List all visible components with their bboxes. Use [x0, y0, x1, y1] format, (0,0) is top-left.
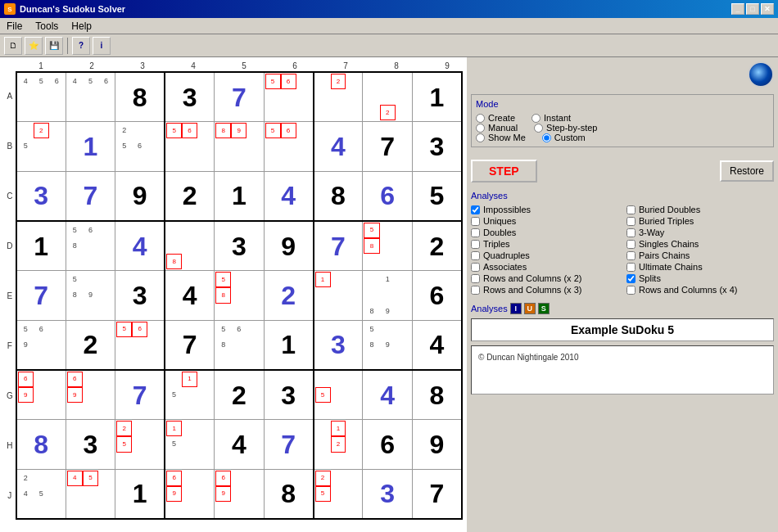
- cell-r7-c6[interactable]: 12: [314, 420, 363, 470]
- cell-r3-c5[interactable]: 9: [264, 221, 313, 271]
- cell-r4-c4[interactable]: 58: [215, 271, 264, 321]
- cell-r2-c1[interactable]: 7: [66, 171, 115, 221]
- check-associates[interactable]: Associates: [471, 262, 618, 272]
- radio-showme[interactable]: [476, 133, 485, 142]
- cell-r8-c4[interactable]: 69: [215, 469, 264, 519]
- check-buried-triples[interactable]: Buried Triples: [626, 216, 774, 226]
- cb-splits[interactable]: [626, 274, 636, 283]
- cell-r2-c0[interactable]: 3: [16, 171, 66, 221]
- cb-ultimate-chains[interactable]: [626, 263, 636, 272]
- cb-buried-triples[interactable]: [626, 217, 636, 226]
- cell-r2-c6[interactable]: 8: [314, 171, 363, 221]
- cb-3way[interactable]: [626, 228, 636, 237]
- menu-tools[interactable]: Tools: [33, 20, 61, 32]
- cell-r1-c2[interactable]: 256: [115, 122, 165, 172]
- cell-r0-c8[interactable]: 1: [412, 72, 462, 122]
- cell-r5-c8[interactable]: 4: [412, 320, 462, 370]
- cell-r0-c7[interactable]: 2: [363, 72, 412, 122]
- cell-r8-c1[interactable]: 45: [66, 469, 115, 519]
- cell-r4-c2[interactable]: 3: [115, 271, 165, 321]
- cell-r6-c1[interactable]: 69: [66, 370, 115, 420]
- cell-r3-c0[interactable]: 1: [16, 221, 66, 271]
- cell-r8-c6[interactable]: 25: [314, 469, 363, 519]
- cb-pairs-chains[interactable]: [626, 251, 636, 260]
- cell-r2-c3[interactable]: 2: [165, 171, 214, 221]
- cell-r7-c7[interactable]: 6: [363, 420, 412, 470]
- mode-manual[interactable]: Manual: [476, 123, 518, 133]
- cell-r6-c8[interactable]: 8: [412, 370, 462, 420]
- cell-r5-c2[interactable]: 56: [115, 320, 165, 370]
- cell-r1-c4[interactable]: 89: [215, 122, 264, 172]
- cb-uniques[interactable]: [471, 217, 480, 226]
- cb-associates[interactable]: [471, 263, 480, 272]
- cell-r5-c3[interactable]: 7: [165, 320, 214, 370]
- check-rows-cols-4[interactable]: Rows and Columns (x 4): [626, 285, 774, 295]
- cell-r0-c4[interactable]: 7: [215, 72, 264, 122]
- check-quadruples[interactable]: Quadruples: [471, 250, 618, 260]
- cell-r2-c7[interactable]: 6: [363, 171, 412, 221]
- cell-r4-c0[interactable]: 7: [16, 271, 66, 321]
- check-3way[interactable]: 3-Way: [626, 228, 774, 237]
- cb-triples[interactable]: [471, 240, 480, 249]
- radio-manual[interactable]: [476, 124, 485, 133]
- cb-impossibles[interactable]: [471, 205, 480, 214]
- cell-r5-c1[interactable]: 2: [66, 320, 115, 370]
- open-button[interactable]: ⭐: [25, 37, 43, 55]
- maximize-button[interactable]: □: [746, 3, 759, 15]
- cell-r2-c8[interactable]: 5: [412, 171, 462, 221]
- cell-r7-c1[interactable]: 3: [66, 420, 115, 470]
- cell-r5-c7[interactable]: 589: [363, 320, 412, 370]
- cell-r3-c7[interactable]: 58: [363, 221, 412, 271]
- check-triples[interactable]: Triples: [471, 239, 618, 249]
- cell-r6-c3[interactable]: 15: [165, 370, 214, 420]
- check-rows-cols-2[interactable]: Rows and Columns (x 2): [471, 273, 618, 283]
- cell-r6-c2[interactable]: 7: [115, 370, 165, 420]
- cell-r4-c3[interactable]: 4: [165, 271, 214, 321]
- cell-r8-c3[interactable]: 69: [165, 469, 214, 519]
- cell-r3-c4[interactable]: 3: [215, 221, 264, 271]
- cell-r3-c2[interactable]: 4: [115, 221, 165, 271]
- cb-rows-cols-4[interactable]: [626, 286, 636, 295]
- cell-r7-c5[interactable]: 7: [264, 420, 313, 470]
- cell-r5-c6[interactable]: 3: [314, 320, 363, 370]
- check-uniques[interactable]: Uniques: [471, 216, 618, 226]
- cell-r8-c8[interactable]: 7: [412, 469, 462, 519]
- check-ultimate-chains[interactable]: Ultimate Chains: [626, 262, 774, 272]
- cell-r5-c0[interactable]: 569: [16, 320, 66, 370]
- cell-r3-c8[interactable]: 2: [412, 221, 462, 271]
- cell-r8-c0[interactable]: 245: [16, 469, 66, 519]
- check-rows-cols-3[interactable]: Rows and Columns (x 3): [471, 285, 618, 295]
- restore-button[interactable]: Restore: [720, 160, 774, 182]
- cell-r1-c5[interactable]: 56: [264, 122, 313, 172]
- cb-rows-cols-2[interactable]: [471, 274, 480, 283]
- cb-singles-chains[interactable]: [626, 240, 636, 249]
- cell-r0-c0[interactable]: 456: [16, 72, 66, 122]
- help-button[interactable]: ?: [72, 37, 90, 55]
- cell-r3-c6[interactable]: 7: [314, 221, 363, 271]
- check-splits[interactable]: Splits: [626, 273, 774, 283]
- cell-r6-c7[interactable]: 4: [363, 370, 412, 420]
- cell-r7-c8[interactable]: 9: [412, 420, 462, 470]
- mode-showme[interactable]: Show Me: [476, 133, 526, 142]
- menu-file[interactable]: File: [4, 20, 25, 32]
- cell-r6-c6[interactable]: 5: [314, 370, 363, 420]
- check-buried-doubles[interactable]: Buried Doubles: [626, 205, 774, 214]
- mode-stepbystep[interactable]: Step-by-step: [534, 123, 597, 133]
- mode-custom[interactable]: Custom: [542, 133, 586, 142]
- cell-r8-c2[interactable]: 1: [115, 469, 165, 519]
- cell-r6-c5[interactable]: 3: [264, 370, 313, 420]
- cell-r1-c3[interactable]: 56: [165, 122, 214, 172]
- close-button[interactable]: ✕: [761, 3, 774, 15]
- cell-r1-c8[interactable]: 3: [412, 122, 462, 172]
- radio-instant[interactable]: [531, 114, 541, 123]
- sudoku-grid[interactable]: 4564568375622125125656895647337921486515…: [16, 71, 463, 520]
- cb-doubles[interactable]: [471, 228, 480, 237]
- cell-r0-c1[interactable]: 456: [66, 72, 115, 122]
- radio-custom[interactable]: [542, 133, 551, 142]
- check-pairs-chains[interactable]: Pairs Chains: [626, 250, 774, 260]
- cell-r7-c3[interactable]: 15: [165, 420, 214, 470]
- cell-r3-c3[interactable]: 8: [165, 221, 214, 271]
- minimize-button[interactable]: _: [731, 3, 744, 15]
- cb-rows-cols-3[interactable]: [471, 286, 480, 295]
- cell-r4-c8[interactable]: 6: [412, 271, 462, 321]
